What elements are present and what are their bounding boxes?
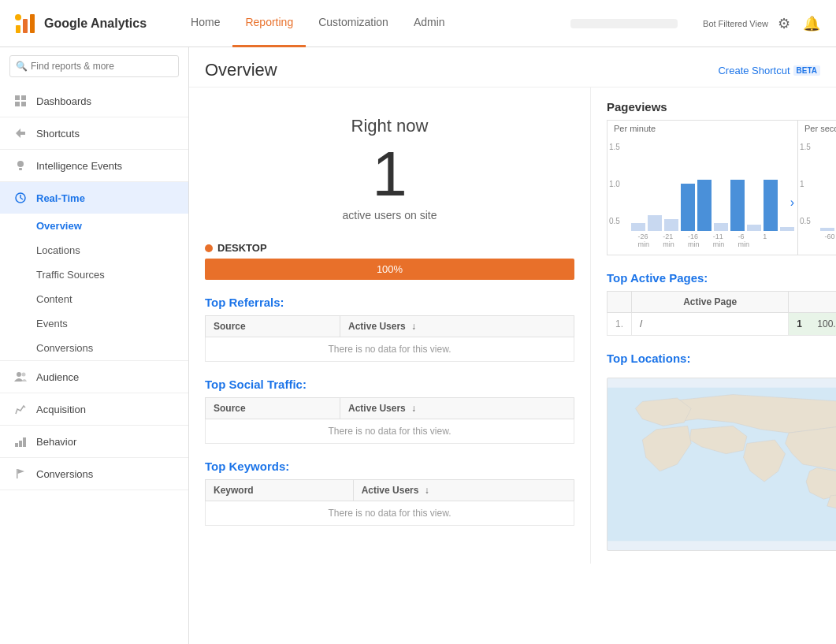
sidebar-item-conversions[interactable]: Conversions — [0, 458, 188, 490]
nav-search-bar[interactable] — [570, 19, 678, 28]
sidebar-sub-events[interactable]: Events — [0, 311, 188, 336]
sidebar-item-shortcuts[interactable]: Shortcuts — [0, 117, 188, 149]
svg-rect-2 — [30, 14, 35, 33]
notifications-button[interactable]: 🔔 — [800, 12, 823, 35]
sidebar-item-dashboards[interactable]: Dashboards — [0, 85, 188, 117]
sidebar-item-realtime[interactable]: Real-Time — [0, 182, 188, 214]
sidebar-section-audience: Audience — [0, 361, 188, 393]
behavior-label: Behavior — [36, 436, 76, 448]
shortcuts-icon — [13, 125, 28, 141]
sidebar-item-intelligence[interactable]: Intelligence Events — [0, 150, 188, 181]
sidebar-item-audience[interactable]: Audience — [0, 361, 188, 393]
per-second-x-labels: -60 sec -45 sec -30 sec -15 sec — [798, 231, 836, 240]
no-data-cell: There is no data for this view. — [206, 501, 574, 526]
y-label-r-1.5: 1.5 — [800, 143, 811, 151]
overview-body: Right now 1 active users on site DESKTOP… — [189, 87, 836, 564]
map-svg — [607, 378, 836, 550]
chart-nav-arrow[interactable]: › — [790, 195, 794, 210]
sidebar-sub-conversions[interactable]: Conversions — [0, 336, 188, 360]
nav-right-area: Bot Filtered View ⚙ 🔔 — [703, 12, 823, 35]
per-second-label: Per second — [798, 121, 836, 136]
nav-admin[interactable]: Admin — [401, 0, 458, 47]
svg-rect-5 — [21, 95, 26, 100]
svg-rect-4 — [15, 95, 20, 100]
svg-line-12 — [20, 198, 23, 199]
acquisition-icon — [13, 401, 28, 417]
device-bar: 100% — [205, 259, 574, 280]
sort-arrow-icon[interactable]: ↓ — [411, 321, 416, 332]
sort-arrow-icon[interactable]: ↓ — [411, 403, 416, 414]
x-label: -21min — [663, 233, 674, 248]
sidebar-item-acquisition[interactable]: Acquisition — [0, 393, 188, 425]
y-label-r-0.5: 0.5 — [800, 217, 811, 225]
social-col-users: Active Users ↓ — [340, 398, 574, 419]
referrals-col-users: Active Users ↓ — [340, 316, 574, 337]
bar — [714, 223, 728, 231]
sort-arrow-icon[interactable]: ↓ — [425, 485, 429, 496]
right-now-section: Right now 1 active users on site — [205, 100, 574, 229]
nav-home[interactable]: Home — [178, 0, 232, 47]
per-minute-label: Per minute — [607, 121, 797, 136]
acquisition-label: Acquisition — [36, 404, 86, 415]
row-num: 1. — [607, 313, 632, 336]
bot-filter-label: Bot Filtered View — [703, 19, 768, 28]
pages-col-page: Active Page — [632, 292, 789, 313]
chart-area: Per minute 1.5 1.0 0.5 — [607, 120, 836, 255]
no-data-cell: There is no data for this view. — [206, 337, 574, 362]
y-label-1.0: 1.0 — [609, 180, 620, 188]
sidebar-sub-overview[interactable]: Overview — [0, 214, 188, 238]
sidebar-sub-locations[interactable]: Locations — [0, 238, 188, 262]
settings-button[interactable]: ⚙ — [775, 12, 793, 35]
sidebar-item-behavior[interactable]: Behavior — [0, 426, 188, 457]
svg-point-13 — [17, 372, 21, 377]
people-icon — [13, 369, 28, 385]
bar — [697, 180, 712, 231]
audience-label: Audience — [36, 371, 79, 383]
device-section: DESKTOP 100% — [205, 242, 574, 280]
bar — [764, 180, 778, 231]
sidebar-search-input[interactable] — [9, 55, 179, 77]
top-active-pages-title: Top Active Pages: — [607, 271, 836, 285]
bar — [631, 223, 645, 231]
top-locations-section: Top Locations: — [607, 352, 836, 551]
svg-rect-17 — [23, 437, 26, 447]
sidebar-sub-content[interactable]: Content — [0, 287, 188, 311]
svg-rect-9 — [19, 168, 22, 170]
bar — [747, 225, 761, 231]
sidebar-sub-traffic-sources[interactable]: Traffic Sources — [0, 262, 188, 287]
x-label: -6min — [738, 233, 750, 248]
svg-rect-1 — [23, 19, 28, 33]
page-title: Overview — [205, 60, 277, 80]
svg-point-8 — [17, 161, 24, 167]
sidebar-section-realtime: Real-Time Overview Locations Traffic Sou… — [0, 182, 188, 361]
y-label-0.5: 0.5 — [609, 217, 620, 225]
behavior-icon — [13, 434, 28, 449]
top-referrals-table: Source Active Users ↓ There is no data f… — [205, 315, 574, 362]
realtime-submenu: Overview Locations Traffic Sources Conte… — [0, 214, 188, 360]
device-name: DESKTOP — [217, 242, 267, 254]
create-shortcut-button[interactable]: Create Shortcut BETA — [718, 65, 820, 76]
top-active-pages-table: Active Page Active Users ↓ 1. / — [607, 291, 836, 336]
sidebar-search-area[interactable]: 🔍 — [0, 47, 188, 85]
device-label: DESKTOP — [205, 242, 574, 254]
table-row: There is no data for this view. — [206, 337, 574, 362]
bar — [681, 184, 695, 231]
pageviews-section: Pageviews Per minute 1.5 1.0 0.5 — [607, 100, 836, 255]
clock-icon — [13, 190, 28, 206]
x-label: -11min — [713, 233, 725, 248]
app-title: Google Analytics — [44, 17, 147, 31]
row-page[interactable]: / — [632, 313, 789, 336]
intelligence-label: Intelligence Events — [36, 160, 122, 172]
y-label-1.5: 1.5 — [609, 143, 620, 151]
conversions-label: Conversions — [36, 468, 93, 480]
logo-area: Google Analytics — [13, 11, 147, 36]
main-nav: Home Reporting Customization Admin — [178, 0, 457, 47]
nav-customization[interactable]: Customization — [306, 0, 401, 47]
nav-reporting[interactable]: Reporting — [232, 0, 306, 47]
social-col-source: Source — [206, 398, 340, 419]
x-label: -60 sec — [824, 233, 836, 240]
top-keywords-section: Top Keywords: Keyword Active Users ↓ — [205, 460, 574, 526]
top-referrals-title: Top Referrals: — [205, 296, 574, 309]
content-header: Overview Create Shortcut BETA — [189, 47, 836, 87]
sidebar-section-dashboards: Dashboards — [0, 85, 188, 117]
